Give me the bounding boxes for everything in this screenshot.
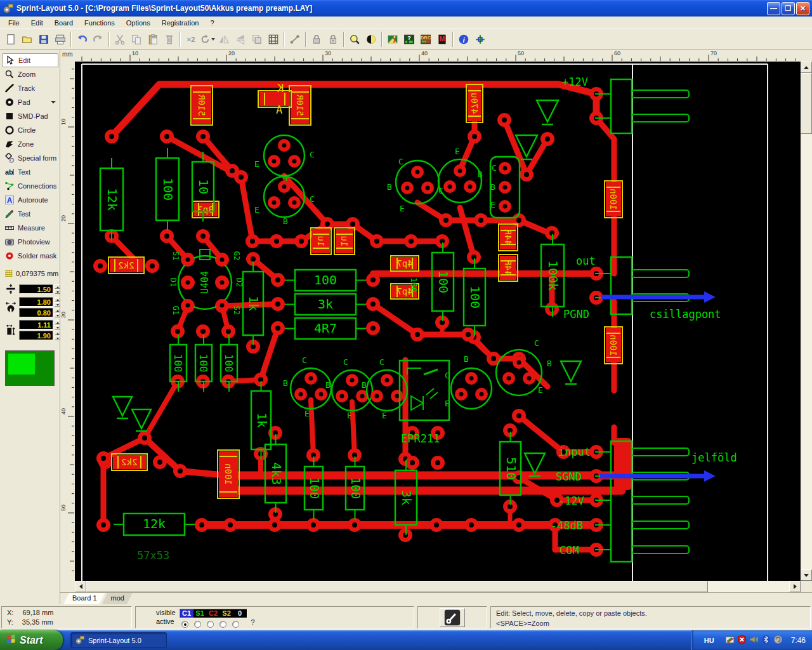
spinner[interactable] bbox=[55, 331, 60, 340]
sidebar-item-smd-pad[interactable]: SMD-Pad bbox=[0, 109, 60, 123]
spinner[interactable] bbox=[55, 284, 60, 294]
grid-setting[interactable]: 0,079375 mm bbox=[0, 263, 60, 282]
toolbar-undo-button[interactable] bbox=[74, 31, 90, 48]
close-button[interactable]: ✕ bbox=[796, 2, 809, 15]
tray-update-icon[interactable] bbox=[773, 635, 783, 646]
vertical-scroll-thumb[interactable] bbox=[801, 73, 812, 134]
tab-mod[interactable]: mod bbox=[102, 593, 133, 604]
sidebar-item-photoview[interactable]: Photoview bbox=[0, 235, 60, 249]
toolbar-open-button[interactable] bbox=[19, 31, 36, 48]
toolbar-copy-button[interactable] bbox=[128, 31, 145, 48]
toolbar-print-button[interactable] bbox=[52, 31, 69, 48]
toolbar-cut-button[interactable] bbox=[112, 31, 128, 48]
active-layer-radio-c1[interactable] bbox=[181, 621, 188, 628]
toolbar-flip-h-button[interactable] bbox=[216, 31, 232, 48]
toolbar-delete-button[interactable] bbox=[161, 31, 178, 48]
menu-board[interactable]: Board bbox=[49, 18, 79, 28]
statusicon-icon bbox=[444, 609, 461, 626]
tray-bluetooth-icon[interactable] bbox=[761, 635, 771, 646]
svg-text:4k3: 4k3 bbox=[269, 462, 284, 485]
toolbar-x2-button[interactable]: ×2 bbox=[183, 31, 199, 48]
spinner[interactable] bbox=[55, 320, 60, 329]
toolbar-macro-button[interactable]: M bbox=[434, 31, 450, 48]
active-layer-radio-s2[interactable] bbox=[219, 621, 226, 628]
toolbar-rotate-button[interactable] bbox=[199, 31, 216, 48]
toolbar-lock-all-button[interactable] bbox=[325, 31, 341, 48]
scroll-left-button[interactable] bbox=[75, 581, 86, 592]
active-layer-radio-s1[interactable] bbox=[194, 621, 201, 628]
layer-color-preview[interactable] bbox=[5, 350, 55, 386]
toolbar-raster-button[interactable] bbox=[265, 31, 282, 48]
vertical-scrollbar[interactable] bbox=[801, 62, 812, 581]
sidebar-item-zoom[interactable]: Zoom bbox=[0, 67, 60, 81]
sidebar-item-edit[interactable]: Edit bbox=[2, 53, 58, 67]
active-layer-radio-c2[interactable] bbox=[207, 621, 214, 628]
menu-?[interactable]: ? bbox=[204, 18, 219, 28]
smd-size-value-1[interactable]: 1.90 bbox=[19, 331, 53, 340]
toolbar-snap-grid-button[interactable] bbox=[472, 31, 488, 48]
sidebar-item-test[interactable]: Test bbox=[0, 207, 60, 221]
chevron-down-icon[interactable] bbox=[51, 101, 56, 103]
toolbar-drc-button[interactable]: DRC bbox=[417, 31, 434, 48]
layer-chip-s1[interactable]: S1 bbox=[193, 609, 207, 618]
menu-options[interactable]: Options bbox=[121, 18, 156, 28]
menu-functions[interactable]: Functions bbox=[79, 18, 121, 28]
toolbar-connections-test-button[interactable] bbox=[287, 31, 303, 48]
sidebar-item-circle[interactable]: Circle bbox=[0, 123, 60, 137]
toolbar-photo-mode-button[interactable] bbox=[363, 31, 379, 48]
toolbar-paste-button[interactable] bbox=[145, 31, 161, 48]
tray-volume-icon[interactable] bbox=[749, 635, 759, 646]
pcb-canvas[interactable]: 510R510R470u3p32k22k2100n100n100n44R44R4… bbox=[75, 62, 801, 581]
toolbar-info-button[interactable]: i bbox=[455, 31, 472, 48]
horizontal-scrollbar[interactable] bbox=[75, 581, 801, 592]
toolbar-save-button[interactable] bbox=[36, 31, 52, 48]
toolbar-flip-v-button[interactable] bbox=[232, 31, 249, 48]
toolbar-zoom-loupe-button[interactable] bbox=[346, 31, 363, 48]
minimize-button[interactable]: — bbox=[767, 2, 780, 15]
start-button[interactable]: Start bbox=[0, 630, 63, 650]
toolbar-redo-button[interactable] bbox=[90, 31, 107, 48]
toolbar-component-check-button[interactable]: ? bbox=[401, 31, 417, 48]
toolbar-photo-test-button[interactable] bbox=[384, 31, 401, 48]
toolbar-lock-pads-button[interactable] bbox=[308, 31, 325, 48]
active-layer-radio-0[interactable] bbox=[232, 621, 239, 628]
sidebar-item-measure[interactable]: Measure bbox=[0, 221, 60, 235]
sidebar-item-text[interactable]: abText bbox=[0, 165, 60, 179]
horizontal-scroll-thumb[interactable] bbox=[86, 581, 708, 592]
sidebar-item-autoroute[interactable]: AAutoroute bbox=[0, 193, 60, 207]
maximize-button[interactable]: ❐ bbox=[782, 2, 795, 15]
tray-tablet-icon[interactable] bbox=[725, 635, 735, 646]
menu-registration[interactable]: Registration bbox=[156, 18, 205, 28]
menu-file[interactable]: File bbox=[3, 18, 25, 28]
language-indicator[interactable]: HU bbox=[699, 635, 719, 646]
tray-shield-icon[interactable] bbox=[737, 635, 747, 646]
sidebar-item-zone[interactable]: Zone bbox=[0, 137, 60, 151]
taskbar-task-button[interactable]: Sprint-Layout 5.0 bbox=[70, 632, 167, 648]
current-tool-icon[interactable] bbox=[440, 608, 465, 627]
layer-help-mark[interactable]: ? bbox=[247, 618, 256, 627]
spinner[interactable] bbox=[55, 308, 60, 317]
sidebar-item-track[interactable]: Track bbox=[0, 81, 60, 95]
sidebar-item-special-form[interactable]: Special form bbox=[0, 151, 60, 165]
sidebar-item-pad[interactable]: Pad bbox=[0, 95, 60, 109]
layer-chip-c2[interactable]: C2 bbox=[207, 609, 220, 618]
layer-chip-c1[interactable]: C1 bbox=[180, 609, 193, 618]
toolbar-new-button[interactable] bbox=[3, 31, 19, 48]
layer-visibility-strip[interactable]: C1S1C2S20 bbox=[180, 609, 247, 618]
tab-board-1[interactable]: Board 1 bbox=[63, 593, 106, 604]
pad-size-value-0[interactable]: 1.80 bbox=[19, 297, 53, 307]
sidebar-item-solder-mask[interactable]: Solder mask bbox=[0, 249, 60, 263]
track-width-value-0[interactable]: 1.50 bbox=[19, 284, 53, 294]
spinner[interactable] bbox=[55, 297, 60, 307]
sidebar-item-connections[interactable]: Connections bbox=[0, 179, 60, 193]
scroll-right-button[interactable] bbox=[789, 581, 801, 592]
scroll-up-button[interactable] bbox=[801, 62, 812, 73]
smd-size-value-0[interactable]: 1.11 bbox=[19, 320, 53, 329]
layer-chip-s2[interactable]: S2 bbox=[220, 609, 233, 618]
layer-chip-0[interactable]: 0 bbox=[233, 609, 247, 618]
menu-edit[interactable]: Edit bbox=[25, 18, 49, 28]
pad-size-value-1[interactable]: 0.80 bbox=[19, 308, 53, 317]
svg-text:M: M bbox=[440, 36, 445, 43]
scroll-down-button[interactable] bbox=[801, 569, 812, 581]
toolbar-align-button[interactable] bbox=[249, 31, 265, 48]
